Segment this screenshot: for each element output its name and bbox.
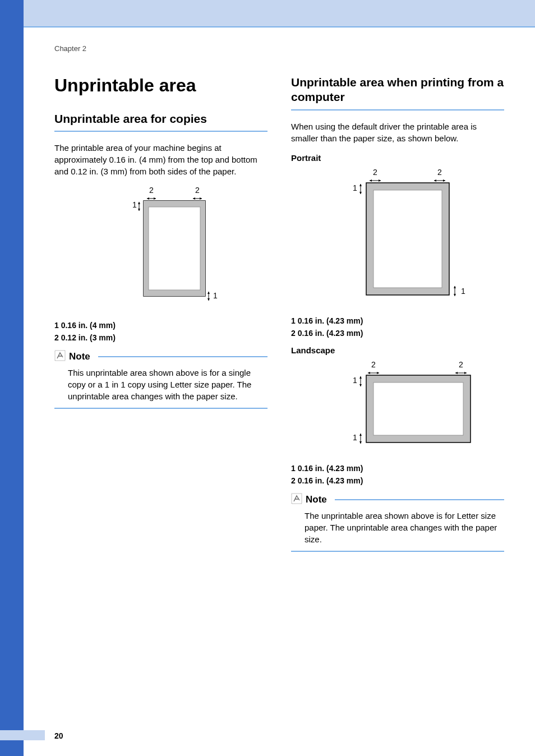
page-number-band xyxy=(0,730,45,740)
note-icon xyxy=(291,493,302,506)
svg-rect-14 xyxy=(149,207,200,290)
note-body-copies: This unprintable area shown above is for… xyxy=(54,365,268,409)
note-title: Note xyxy=(69,351,90,362)
main-heading: Unprintable area xyxy=(54,75,268,96)
note-icon xyxy=(54,350,66,363)
svg-rect-51 xyxy=(373,382,463,435)
subheading-computer: Unprintable area when printing from a co… xyxy=(291,75,504,110)
svg-marker-31 xyxy=(359,192,362,194)
svg-rect-33 xyxy=(373,190,442,288)
svg-marker-11 xyxy=(138,209,140,211)
note-title-computer: Note xyxy=(306,494,327,505)
landscape-measures: 1 0.16 in. (4.23 mm) 2 0.16 in. (4.23 mm… xyxy=(291,464,504,485)
svg-text:1: 1 xyxy=(132,200,137,209)
left-column: Unprintable area Unprintable area for co… xyxy=(54,75,268,552)
svg-marker-7 xyxy=(200,197,202,200)
note-rule xyxy=(335,499,504,500)
svg-text:2: 2 xyxy=(195,186,200,195)
svg-marker-40 xyxy=(368,372,370,374)
svg-marker-6 xyxy=(193,197,195,200)
landscape-m1: 1 0.16 in. (4.23 mm) xyxy=(291,464,504,473)
page-number: 20 xyxy=(54,731,63,740)
svg-marker-30 xyxy=(359,184,362,186)
landscape-label: Landscape xyxy=(291,345,504,355)
svg-text:1: 1 xyxy=(353,433,357,442)
measure-1: 1 0.16 in. (4 mm) xyxy=(54,321,268,330)
page-content: Chapter 2 Unprintable area Unprintable a… xyxy=(24,27,535,756)
svg-marker-37 xyxy=(454,294,456,296)
landscape-m2: 2 0.16 in. (4.23 mm) xyxy=(291,476,504,485)
svg-marker-18 xyxy=(207,298,210,301)
svg-text:1: 1 xyxy=(353,376,357,385)
svg-marker-27 xyxy=(443,179,445,182)
svg-text:2: 2 xyxy=(373,168,377,177)
svg-marker-45 xyxy=(464,372,467,374)
svg-marker-55 xyxy=(359,441,362,444)
svg-text:2: 2 xyxy=(459,361,463,369)
top-band xyxy=(0,0,535,26)
svg-marker-3 xyxy=(154,197,156,200)
svg-text:1: 1 xyxy=(461,287,465,296)
copies-measures: 1 0.16 in. (4 mm) 2 0.12 in. (3 mm) xyxy=(54,321,268,342)
portrait-measures: 1 0.16 in. (4.23 mm) 2 0.16 in. (4.23 mm… xyxy=(291,316,504,338)
computer-note: Note The unprintable area shown above is… xyxy=(291,493,504,552)
chapter-label: Chapter 2 xyxy=(54,44,504,53)
svg-marker-44 xyxy=(455,372,458,374)
note-body-computer: The unprintable area shown above is for … xyxy=(291,508,504,552)
svg-marker-41 xyxy=(377,372,379,374)
computer-body: When using the default driver the printa… xyxy=(291,121,504,144)
svg-marker-2 xyxy=(147,197,149,200)
svg-marker-10 xyxy=(138,202,140,204)
svg-marker-23 xyxy=(379,179,381,182)
portrait-label: Portrait xyxy=(291,153,504,163)
copies-note: Note This unprintable area shown above i… xyxy=(54,350,268,409)
portrait-m1: 1 0.16 in. (4.23 mm) xyxy=(291,316,504,325)
left-blue-band xyxy=(0,0,24,756)
svg-marker-26 xyxy=(434,179,436,182)
svg-marker-36 xyxy=(454,286,456,288)
subheading-copies: Unprintable area for copies xyxy=(54,112,268,132)
note-rule xyxy=(98,356,268,357)
svg-text:2: 2 xyxy=(437,168,442,177)
portrait-m2: 2 0.16 in. (4.23 mm) xyxy=(291,329,504,338)
svg-marker-54 xyxy=(359,434,362,436)
svg-marker-17 xyxy=(207,292,210,294)
svg-marker-22 xyxy=(370,179,372,182)
portrait-diagram: 2 2 1 1 xyxy=(291,168,504,308)
svg-marker-48 xyxy=(359,376,362,379)
svg-text:1: 1 xyxy=(213,291,218,300)
right-column: Unprintable area when printing from a co… xyxy=(291,75,504,552)
svg-marker-49 xyxy=(359,384,362,386)
measure-2: 2 0.12 in. (3 mm) xyxy=(54,333,268,342)
svg-text:2: 2 xyxy=(371,361,376,369)
svg-text:1: 1 xyxy=(353,183,357,192)
landscape-diagram: 2 2 1 1 xyxy=(291,361,504,456)
svg-text:2: 2 xyxy=(149,186,154,195)
copies-body: The printable area of your machine begin… xyxy=(54,142,268,177)
copies-diagram: 2 2 1 1 xyxy=(54,186,268,313)
